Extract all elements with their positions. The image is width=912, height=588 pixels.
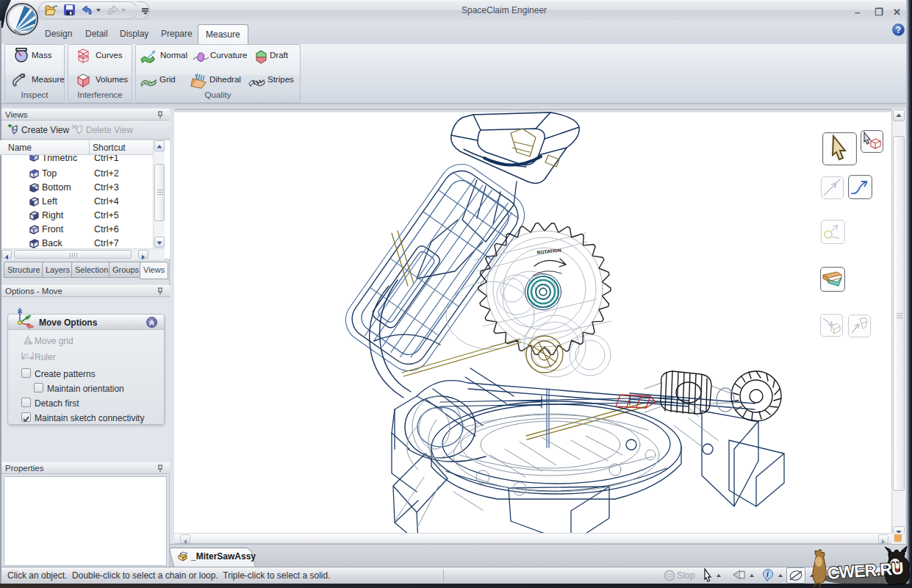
svg-text:xx: xx [24, 352, 29, 357]
svg-text:i: i [766, 570, 769, 578]
svg-text:ROTATION: ROTATION [536, 248, 561, 255]
